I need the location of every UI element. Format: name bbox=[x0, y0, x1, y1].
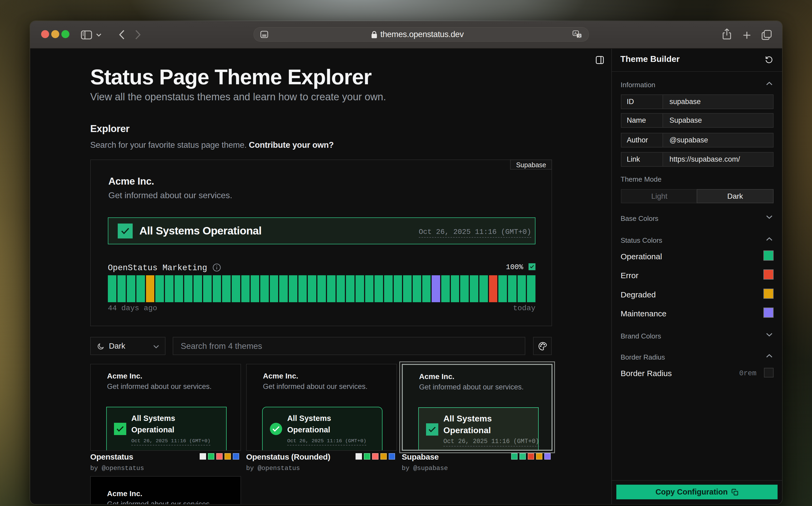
svg-text:A: A bbox=[574, 31, 577, 35]
svg-text:文: 文 bbox=[578, 34, 581, 38]
